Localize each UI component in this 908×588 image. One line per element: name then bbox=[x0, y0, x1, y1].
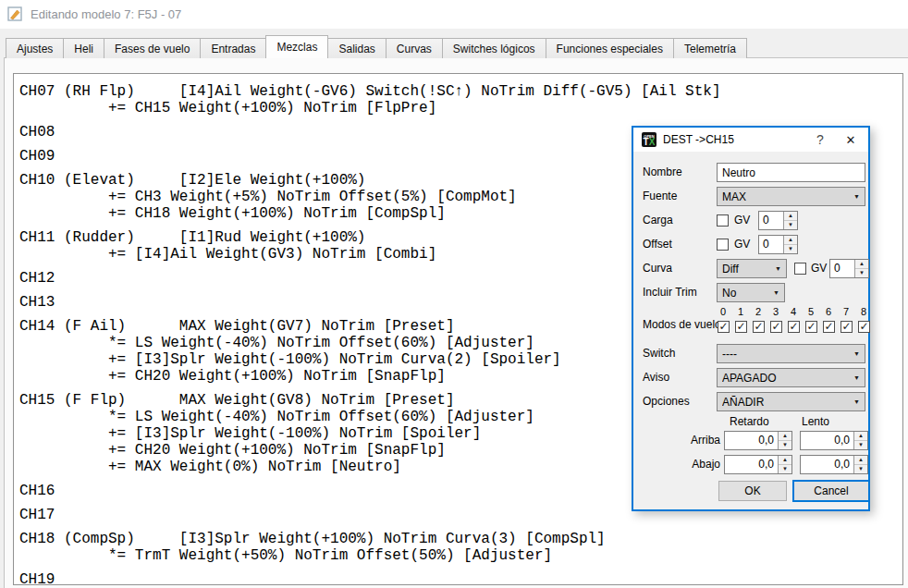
tab-mezclas[interactable]: Mezclas bbox=[265, 35, 328, 58]
tab-entradas[interactable]: Entradas bbox=[200, 38, 266, 58]
spin-down-icon[interactable]: ▼ bbox=[854, 465, 867, 473]
fm4-checkbox[interactable] bbox=[788, 321, 800, 333]
tab-heli[interactable]: Heli bbox=[63, 38, 104, 58]
tab-salidas[interactable]: Salidas bbox=[327, 38, 386, 58]
mixer-row-ch18[interactable]: CH18 (CompSp) [I3]Splr Weight(+100%) NoT… bbox=[19, 531, 902, 547]
fm-number: 3 bbox=[769, 306, 782, 317]
offset-spinbox[interactable]: 0 ▲▼ bbox=[758, 235, 798, 254]
mixer-mix-row[interactable]: += CH15 Weight(+100%) NoTrim [FlpPre] bbox=[19, 100, 902, 116]
lento-header: Lento bbox=[802, 415, 829, 428]
chevron-down-icon: ▼ bbox=[773, 289, 779, 296]
abajo-retardo-spinbox[interactable]: 0,0 ▲▼ bbox=[724, 455, 792, 474]
fm8-checkbox[interactable] bbox=[858, 321, 870, 333]
tab-fases-de-vuelo[interactable]: Fases de vuelo bbox=[104, 38, 201, 58]
fm3-checkbox[interactable] bbox=[770, 321, 782, 333]
chevron-down-icon: ▼ bbox=[853, 350, 860, 357]
spin-down-icon[interactable]: ▼ bbox=[854, 441, 867, 449]
carga-gv-checkbox[interactable] bbox=[717, 214, 729, 227]
opciones-select[interactable]: AÑADIR ▼ bbox=[717, 392, 865, 411]
arriba-retardo-spinbox[interactable]: 0,0 ▲▼ bbox=[724, 431, 792, 450]
spin-up-icon[interactable]: ▲ bbox=[779, 456, 791, 465]
carga-value: 0 bbox=[759, 212, 783, 229]
tab-funciones-especiales[interactable]: Funciones especiales bbox=[546, 38, 674, 58]
fm6-checkbox[interactable] bbox=[823, 321, 835, 333]
tab-ajustes[interactable]: Ajustes bbox=[6, 38, 64, 58]
spin-down-icon[interactable]: ▼ bbox=[779, 441, 791, 449]
fm-number: 5 bbox=[804, 306, 817, 317]
spin-down-icon[interactable]: ▼ bbox=[855, 269, 868, 277]
arriba-lento-value: 0,0 bbox=[801, 432, 853, 449]
spin-up-icon[interactable]: ▲ bbox=[779, 432, 791, 441]
tab-telemetria[interactable]: Telemetría bbox=[673, 38, 747, 58]
cancel-button[interactable]: Cancel bbox=[792, 480, 870, 502]
help-icon[interactable]: ? bbox=[812, 132, 828, 147]
window-titlebar: Editando modelo 7: F5J - 07 bbox=[0, 0, 908, 29]
spin-up-icon[interactable]: ▲ bbox=[854, 432, 867, 441]
spin-down-icon[interactable]: ▼ bbox=[784, 245, 797, 253]
spin-down-icon[interactable]: ▼ bbox=[779, 465, 791, 473]
fm-number: 8 bbox=[857, 306, 870, 317]
edit-document-icon bbox=[7, 6, 23, 22]
fm5-checkbox[interactable] bbox=[805, 321, 817, 333]
abajo-lento-value: 0,0 bbox=[801, 456, 853, 473]
spin-up-icon[interactable]: ▲ bbox=[784, 212, 797, 221]
mixer-mix-row[interactable]: *= TrmT Weight(+50%) NoTrim Offset(50%) … bbox=[19, 547, 902, 564]
fm7-checkbox[interactable] bbox=[841, 321, 853, 333]
carga-spinbox[interactable]: 0 ▲▼ bbox=[758, 211, 798, 230]
curva-gv-spinbox[interactable]: 0 ▲▼ bbox=[829, 259, 869, 278]
offset-value: 0 bbox=[759, 236, 783, 253]
incluir-trim-value: No bbox=[722, 287, 769, 300]
flight-mode-numbers: 0 1 2 3 4 5 6 7 8 bbox=[717, 306, 870, 320]
dialog-titlebar: OPEN T X DEST ->CH15 ? ✕ bbox=[633, 128, 868, 152]
aviso-value: APAGADO bbox=[722, 372, 850, 385]
switch-label: Switch bbox=[643, 344, 675, 363]
opciones-label: Opciones bbox=[643, 392, 690, 411]
close-icon[interactable]: ✕ bbox=[841, 133, 860, 147]
fm-number: 0 bbox=[717, 306, 730, 317]
offset-gv-checkbox[interactable] bbox=[717, 239, 729, 251]
switch-select[interactable]: ---- ▼ bbox=[717, 344, 865, 363]
aviso-select[interactable]: APAGADO ▼ bbox=[717, 368, 865, 387]
spin-up-icon[interactable]: ▲ bbox=[784, 236, 797, 245]
abajo-label: Abajo bbox=[633, 455, 720, 474]
fuente-select[interactable]: MAX ▼ bbox=[717, 187, 865, 206]
offset-gv-label: GV bbox=[734, 235, 750, 254]
fm0-checkbox[interactable] bbox=[718, 321, 730, 333]
tab-bar: Ajustes Heli Fases de vuelo Entradas Mez… bbox=[6, 37, 746, 58]
fuente-value: MAX bbox=[722, 190, 850, 203]
fm-number: 1 bbox=[734, 306, 747, 317]
arriba-label: Arriba bbox=[633, 431, 720, 450]
fm-number: 6 bbox=[822, 306, 835, 317]
fm1-checkbox[interactable] bbox=[735, 321, 747, 333]
curva-gv-value: 0 bbox=[830, 260, 854, 277]
fm2-checkbox[interactable] bbox=[753, 321, 765, 333]
spin-up-icon[interactable]: ▲ bbox=[854, 456, 867, 465]
arriba-retardo-value: 0,0 bbox=[725, 432, 778, 449]
dialog-title: DEST ->CH15 bbox=[663, 133, 734, 146]
chevron-down-icon: ▼ bbox=[775, 265, 781, 272]
arriba-lento-spinbox[interactable]: 0,0 ▲▼ bbox=[800, 431, 868, 450]
curva-select[interactable]: Diff ▼ bbox=[717, 259, 787, 278]
carga-gv-label: GV bbox=[734, 211, 750, 230]
curva-value: Diff bbox=[722, 263, 771, 276]
spin-down-icon[interactable]: ▼ bbox=[784, 221, 797, 229]
tab-switches-logicos[interactable]: Switches lógicos bbox=[442, 38, 546, 58]
fm-number: 4 bbox=[787, 306, 800, 317]
abajo-retardo-value: 0,0 bbox=[725, 456, 778, 473]
mixer-row-ch19[interactable]: CH19 bbox=[19, 571, 902, 585]
ok-button[interactable]: OK bbox=[718, 481, 787, 501]
svg-text:X: X bbox=[649, 137, 656, 147]
spin-up-icon[interactable]: ▲ bbox=[855, 260, 868, 269]
carga-label: Carga bbox=[643, 211, 673, 230]
mix-edit-dialog: OPEN T X DEST ->CH15 ? ✕ Nombre Fuente M… bbox=[632, 126, 870, 511]
tab-curvas[interactable]: Curvas bbox=[386, 38, 443, 58]
mixer-row-ch07[interactable]: CH07 (RH Flp) [I4]Ail Weight(-GV6) Switc… bbox=[19, 83, 902, 100]
fm-number: 7 bbox=[840, 306, 853, 317]
fuente-label: Fuente bbox=[643, 187, 677, 206]
nombre-input[interactable] bbox=[717, 163, 865, 182]
abajo-lento-spinbox[interactable]: 0,0 ▲▼ bbox=[800, 455, 868, 474]
window-title: Editando modelo 7: F5J - 07 bbox=[31, 7, 181, 21]
curva-gv-checkbox[interactable] bbox=[794, 263, 806, 275]
incluir-trim-select[interactable]: No ▼ bbox=[717, 283, 785, 302]
chevron-down-icon: ▼ bbox=[853, 374, 860, 381]
